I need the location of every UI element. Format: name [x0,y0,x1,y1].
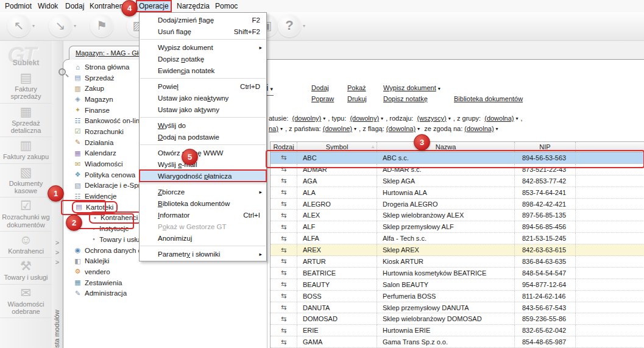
menu-item-biblioteka-dokumentow[interactable]: Biblioteka dokumentów [140,197,266,209]
menu-item-narzedzia[interactable]: Narzędzia [174,1,212,12]
sidebar-module-kontrahenci[interactable]: ☺Kontrahenci [0,232,52,258]
menu-item-ustaw-jako-aktywny[interactable]: Ustaw jako aktywny [140,104,266,115]
table-row[interactable]: ⇆BEAUTYSalon BEAUTY954-877-12-64 [271,279,644,291]
table-row[interactable]: ⇆ALAHurtownia ALA853-74-64-241 [271,187,644,199]
dropdown-caret-icon[interactable]: ▾ [381,116,383,121]
menu-item-ewidencja-notatek[interactable]: Ewidencja notatek [140,65,266,76]
table-row[interactable]: ⇆DOMOSADSklep wielobranżowy DOMOSAD859-2… [271,313,644,325]
table-row[interactable]: ⇆BOSSPerfumeria BOSS811-24-62-146 [271,291,644,302]
menu-item-dodaj-na-podstawie[interactable]: Dodaj na podstawie [140,131,266,143]
dropdown-caret-icon[interactable]: ▾ [417,126,420,132]
dropdown-caret-icon[interactable]: ▾ [323,116,325,121]
table-row[interactable]: ⇆ARTURKiosk ARTUR836-84-63-635 [271,256,644,268]
contractor-type-icon: ⇆ [281,292,286,300]
flag-icon[interactable]: ⚑ [90,14,113,37]
table-row[interactable]: ⇆AGASklep AGA842-853-77-42 [271,176,644,187]
menu-item-usun-flage[interactable]: Usuń flagęShift+F2 [140,26,266,37]
link-popraw[interactable]: Popraw [311,95,334,102]
filter-link[interactable]: (dowolny) [350,115,379,122]
cell-nip: 821-53-15-245 [515,233,576,244]
menu-item-label: Parametry i słowniki [158,250,220,258]
menu-item-ustaw-jako-nieaktywny[interactable]: Ustaw jako nieaktywny [140,92,266,104]
menu-item-pomoc[interactable]: Pomoc [213,1,240,12]
sidebar-module-faktury-zakupu[interactable]: ▥Faktury zakupu [0,137,52,163]
panel-splitter[interactable] [267,60,267,348]
menu-item-dodaj-zmien-flage[interactable]: Dodaj/zmień flagęF2 [140,14,266,26]
cell-nip: 848-54-54-547 [515,268,576,279]
menu-item-operacje[interactable]: Operacje [136,1,171,12]
table-row[interactable]: ⇆GAMAGama Trans Sp.z o.o.854-48-65-987 [271,336,644,348]
menu-item-wypisz-dokument[interactable]: Wypisz dokument▸ [140,41,266,53]
menu-item-wyslij-do[interactable]: Wyślij do [140,119,266,131]
link-pokaz[interactable]: Pokaż [347,84,366,91]
filter-link[interactable]: (wszyscy) [417,115,447,122]
link-dopisz-notatke[interactable]: Dopisz notatkę [383,95,428,102]
chevron-right-icon[interactable]: > [52,247,63,257]
dropdown-caret-icon[interactable]: ▾ [32,23,35,29]
dropdown-caret-icon[interactable]: ▾ [270,86,273,92]
table-row[interactable]: ⇆ALEGRODrogeria ALEGRO898-42-42-421 [271,199,644,210]
table-row[interactable]: ⇆ALFSklep przemysłowy ALF894-56-85-456 [271,221,644,233]
sidebar-module-towary-i-uslugi[interactable]: ⚒Towary i usługi [0,258,52,284]
table-row[interactable]: ⇆ALEXSklep wielobranżowy ALEX897-56-85-1… [271,210,644,221]
menu-item-parametry-i-slowniki[interactable]: Parametry i słowniki▸ [140,248,266,260]
tree-item-vendero[interactable]: ⚙vendero [63,266,267,277]
menu-item-widok[interactable]: Widok [35,1,60,12]
menu-item-zbiorcze[interactable]: Zbiorcze▸ [140,186,266,197]
menu-item-powiel[interactable]: PowielCtrl+D [140,80,266,92]
menu-item-anonimizuj[interactable]: Anonimizuj [140,232,266,244]
back-arrow-icon[interactable]: ↖ [7,14,30,37]
cell-nip: 832-65-62-042 [515,325,576,336]
sidebar-module-wiadomosci-odebrane[interactable]: ✉Wiadomości odebrane [0,285,52,319]
link-biblioteka-dokumentow[interactable]: Biblioteka dokumentów [454,95,523,102]
table-row[interactable]: ⇆AREXSklep AREX842-63-63-615 [271,244,644,256]
dropdown-caret-icon[interactable]: ▾ [516,116,518,121]
menu-item-informator[interactable]: InformatorCtrl+I [140,209,266,221]
dropdown-caret-icon[interactable]: ▾ [74,23,76,29]
filter-link[interactable]: na) [269,125,278,132]
table-row[interactable]: ⇆ERIEHurtownia ERIE832-65-62-042 [271,325,644,336]
table-row[interactable]: ⇆DANUTASklep przemysłowy DANUTA843-56-67… [271,302,644,314]
warehouse-tab-label[interactable]: Magazyn: - MAG - Głów [76,49,147,57]
menu-item-wyslij-e-mail[interactable]: Wyślij e-mail [140,158,266,170]
dropdown-caret-icon[interactable]: ▾ [448,116,451,121]
sidebar-module-sprzedaz-detaliczna[interactable]: ▦Sprzedaż detaliczna [0,104,52,138]
filter-link[interactable]: (dowolny) [292,115,322,122]
tree-item-zestawienia[interactable]: ▦Zestawienia [63,277,267,288]
dropdown-caret-icon[interactable]: ▾ [354,126,356,132]
menu-item-dopisz-notatke[interactable]: Dopisz notatkę [140,53,266,65]
sidebar-module-dokumenty-kasowe[interactable]: ▧Dokumenty kasowe [0,164,52,198]
link-drukuj[interactable]: Drukuj [347,95,367,102]
menu-item-podmiot[interactable]: Podmiot [2,1,34,12]
dropdown-caret-icon[interactable]: ▾ [303,23,305,29]
filter-link[interactable]: (dowolne) [323,125,352,132]
menu-item-label-pre: Parametr [158,250,186,258]
menu-item-wiarygodnosc-platnicza[interactable]: Wiarygodność płatnicza [140,170,266,182]
menu-item-otworz-strone-www[interactable]: Otwórz stronę WWW [140,147,266,158]
filter-link[interactable]: (dowolna) [464,125,494,132]
sidebar-module-faktury-sprzedazy[interactable]: ▤Faktury sprzedaży [0,69,52,104]
help-icon[interactable]: ? [278,14,301,37]
link-wypisz-dokument[interactable]: Wypisz dokument▾ [383,84,441,91]
cell-nazwa: Kiosk ARTUR [377,256,515,267]
filter-link[interactable]: (dowolna) [386,125,416,132]
cell-nip: 853-74-64-241 [515,187,576,198]
menu-item-dodaj[interactable]: Dodaj [63,1,87,12]
dropdown-caret-icon[interactable]: ▾ [496,126,498,132]
tree-item-administracja[interactable]: ✎Administracja [63,288,267,299]
expand-chevrons-icon[interactable]: >>> [52,238,63,267]
filter-label: ze zgodą na: [420,125,464,132]
chevron-right-icon[interactable]: > [52,257,63,267]
cell-filler [576,325,644,336]
submenu-arrow-icon: ▸ [259,251,262,257]
dropdown-caret-icon[interactable]: ▾ [280,126,283,132]
tree-item-inner: ✎Działania [73,138,113,147]
sidebar-module-rozrachunki-wg-dokumentow[interactable]: ☑Rozrachunki wg dokumentów [0,197,52,232]
forward-arrow-icon[interactable]: ↘ [49,14,72,37]
chevron-right-icon[interactable]: > [52,238,63,247]
filter-link[interactable]: (dowolna) [484,115,514,122]
table-row[interactable]: ⇆ALFAAlfa - Tech s.c.821-53-15-245 [271,233,644,244]
table-row[interactable]: ⇆BEATRICEHurtownia kosmetyków BEATRICE84… [271,268,644,279]
link-dodaj[interactable]: Dodaj [311,84,329,91]
cell-symbol: BOSS [297,291,377,302]
